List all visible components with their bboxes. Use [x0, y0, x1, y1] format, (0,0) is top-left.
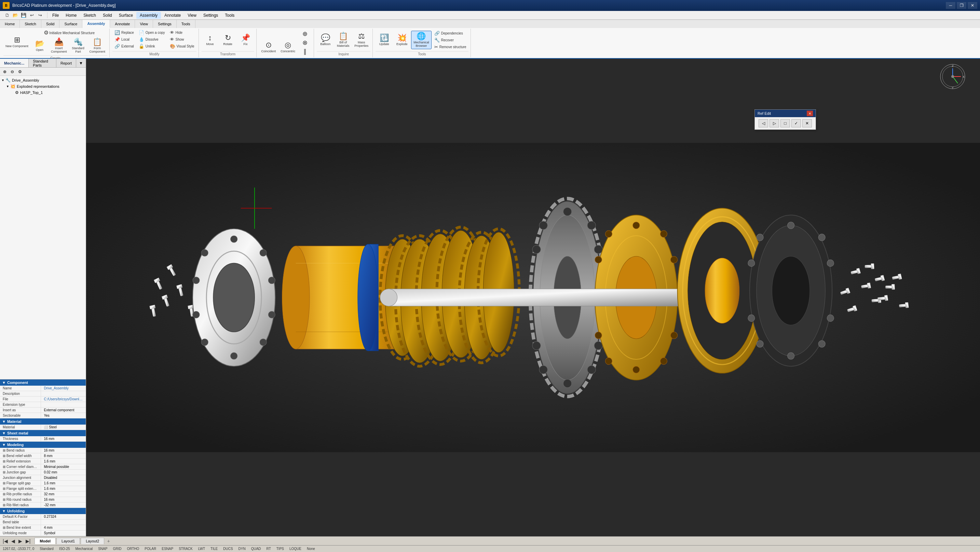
model-tab[interactable]: Model [35, 538, 56, 544]
constraint-more-3[interactable]: ∥ [298, 47, 312, 56]
status-dyn[interactable]: DYN [239, 547, 246, 550]
status-ducs[interactable]: DUCS [223, 547, 233, 550]
root-toggle[interactable]: ▼ [2, 79, 5, 82]
status-loque[interactable]: LOQUE [290, 547, 301, 550]
ref-edit-btn-5[interactable]: ✕ [802, 119, 812, 127]
tab-standard-parts[interactable]: Standard Parts [29, 59, 56, 67]
qa-redo[interactable]: ↪ [36, 12, 44, 19]
bill-of-materials-button[interactable]: 📋 Bill ofMaterials [334, 31, 352, 49]
open-copy-button[interactable]: 📄Open a copy [137, 29, 167, 36]
tab-settings[interactable]: Settings [153, 20, 177, 28]
constraint-more-1[interactable]: ⊕ [298, 29, 312, 38]
status-rt[interactable]: RT [267, 547, 271, 550]
dissolve-button[interactable]: 💧Dissolve [137, 36, 167, 43]
section-sheet-metal[interactable]: ▼ Sheet metal [0, 430, 86, 436]
status-tips[interactable]: TIPS [277, 547, 284, 550]
visual-style-button[interactable]: 🎨Visual Style [168, 43, 196, 49]
fix-button[interactable]: 📌 Fix [237, 33, 254, 47]
ref-edit-btn-4[interactable]: ✓ [791, 119, 801, 127]
tab-nav-prev[interactable]: ◀ [10, 538, 16, 544]
explode-button[interactable]: 💥 Explode [393, 33, 410, 47]
tab-solid[interactable]: Solid [41, 20, 59, 28]
compass-widget[interactable]: Z X Y [939, 63, 966, 90]
add-tab-button[interactable]: + [105, 538, 112, 544]
status-snap[interactable]: SNAP [98, 547, 107, 550]
section-material[interactable]: ▼ Material [0, 418, 86, 425]
status-tile[interactable]: TILE [210, 547, 218, 550]
status-esnap[interactable]: ESNAP [162, 547, 173, 550]
form-component-button[interactable]: 📋 FormComponent [88, 37, 108, 55]
rotate-button[interactable]: ↻ Rotate [220, 33, 237, 47]
viewport[interactable]: Ref Edit ✕ ◁ ▷ □ ✓ ✕ Z X Y [86, 59, 980, 536]
menu-surface[interactable]: Surface [116, 12, 136, 19]
menu-file[interactable]: File [49, 12, 62, 19]
recover-button[interactable]: 🔧Recover [432, 37, 468, 43]
initialize-mechanical-button[interactable]: ⚙ Initialize Mechanical Structure [31, 29, 107, 36]
status-quad[interactable]: QUAD [251, 547, 261, 550]
unlink-button[interactable]: 🔓Unlink [137, 43, 167, 49]
external-button[interactable]: 🔗External [113, 43, 136, 49]
tab-surface[interactable]: Surface [59, 20, 82, 28]
qa-open[interactable]: 📂 [12, 12, 19, 19]
status-standard[interactable]: Standard [40, 547, 54, 550]
tree-expand-btn[interactable]: ⊕ [2, 68, 8, 75]
dependencies-button[interactable]: 🔗Dependencies [432, 30, 468, 37]
layout2-tab[interactable]: Layout2 [81, 538, 104, 544]
panel-options-button[interactable]: ▼ [78, 60, 84, 67]
standard-part-button[interactable]: 🔩 StandardPart [70, 37, 87, 55]
tab-nav-first[interactable]: |◀ [2, 538, 9, 544]
move-button[interactable]: ↕ Move [202, 33, 219, 47]
tree-settings-btn[interactable]: ⚙ [16, 68, 23, 75]
update-button[interactable]: 🔃 Update [375, 33, 393, 47]
status-lwt[interactable]: LWT [198, 547, 205, 550]
ref-edit-btn-3[interactable]: □ [780, 119, 790, 127]
new-component-button[interactable]: ⊞ New Component [3, 35, 30, 49]
tree-root-item[interactable]: ▼ 🔧 Drive_Assembly [0, 77, 86, 83]
menu-solid[interactable]: Solid [99, 12, 116, 19]
tree-exploded-item[interactable]: ▼ 💥 Exploded representations [0, 83, 86, 89]
menu-view[interactable]: View [184, 12, 200, 19]
mass-properties-button[interactable]: ⚖ MassProperties [352, 31, 371, 49]
section-unfolding[interactable]: ▼ Unfolding [0, 508, 86, 514]
ref-edit-close[interactable]: ✕ [807, 111, 813, 116]
ref-edit-btn-1[interactable]: ◁ [759, 119, 768, 127]
mechanical-browser-button[interactable]: 🌐 MechanicalBrowser [411, 31, 431, 49]
status-polar[interactable]: POLAR [145, 547, 156, 550]
tab-report[interactable]: Report [56, 59, 76, 67]
status-strack[interactable]: STRACK [179, 547, 193, 550]
menu-assembly[interactable]: Assembly [136, 12, 161, 19]
open-button[interactable]: 📂 Open [31, 37, 48, 55]
section-modeling[interactable]: ▼ Modeling [0, 442, 86, 448]
menu-annotate[interactable]: Annotate [161, 12, 184, 19]
qa-new[interactable]: 🗋 [3, 12, 11, 19]
tab-nav-last[interactable]: ▶| [24, 538, 32, 544]
section-component[interactable]: ▼ Component [0, 380, 86, 386]
restore-button[interactable]: ❐ [957, 2, 966, 9]
tab-assembly[interactable]: Assembly [82, 20, 110, 28]
ref-edit-btn-2[interactable]: ▷ [770, 119, 779, 127]
menu-sketch[interactable]: Sketch [80, 12, 99, 19]
status-mode[interactable]: Mechanical [75, 547, 93, 550]
status-ortho[interactable]: ORTHO [127, 547, 139, 550]
coincident-button[interactable]: ⊙ Coincident [259, 40, 278, 54]
layout1-tab[interactable]: Layout1 [56, 538, 80, 544]
balloon-button[interactable]: 💬 Balloon [317, 33, 334, 47]
remove-structure-button[interactable]: ✂Remove structure [432, 44, 468, 50]
exploded-toggle[interactable]: ▼ [6, 85, 10, 88]
tab-view[interactable]: View [135, 20, 153, 28]
tab-home[interactable]: Home [0, 20, 20, 28]
tab-mechanic[interactable]: Mechanic... [0, 59, 29, 67]
menu-settings[interactable]: Settings [200, 12, 221, 19]
hide-button[interactable]: 👁Hide [168, 29, 196, 36]
replace-button[interactable]: 🔄Replace [113, 29, 136, 36]
tree-collapse-btn[interactable]: ⊖ [9, 68, 16, 75]
close-button[interactable]: ✕ [968, 2, 977, 9]
status-grid[interactable]: GRID [113, 547, 121, 550]
menu-tools[interactable]: Tools [221, 12, 238, 19]
local-button[interactable]: 📌Local [113, 36, 136, 43]
qa-save[interactable]: 💾 [20, 12, 27, 19]
concentric-button[interactable]: ◎ Concentric [278, 40, 297, 54]
insert-component-button[interactable]: 📥 InsertComponent [49, 37, 69, 55]
tab-tools[interactable]: Tools [177, 20, 196, 28]
menu-home[interactable]: Home [62, 12, 80, 19]
